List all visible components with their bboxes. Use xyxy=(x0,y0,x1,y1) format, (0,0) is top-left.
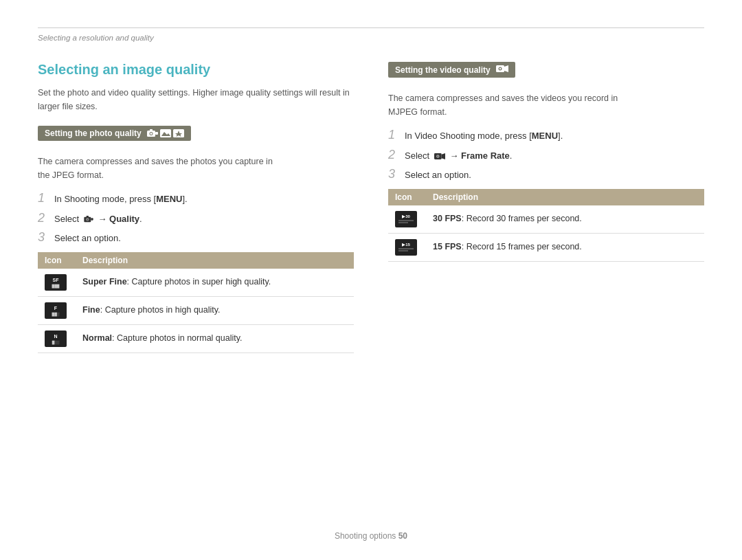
page-container: Selecting a resolution and quality Selec… xyxy=(0,0,742,560)
video-subheader-row: Setting the video quality xyxy=(388,62,704,85)
video-desc-15: 15 FPS: Record 15 frames per second. xyxy=(426,233,704,261)
star-icon xyxy=(173,129,184,137)
svg-text:SF: SF xyxy=(53,278,60,282)
landscape-icon xyxy=(160,129,171,137)
svg-text:▶30: ▶30 xyxy=(402,214,410,219)
video-icon-15: ▶15 xyxy=(388,233,426,261)
section-title: Selecting an image quality xyxy=(38,62,354,78)
footer-page-number: 50 xyxy=(398,531,407,541)
svg-point-2 xyxy=(150,133,152,135)
svg-rect-37 xyxy=(398,248,414,249)
photo-intro: The camera compresses and saves the phot… xyxy=(38,155,354,182)
table-row: ▶15 15 FPS: Record 15 frames per second. xyxy=(388,233,704,261)
video-step3: 3 Select an option. xyxy=(388,168,704,182)
svg-rect-38 xyxy=(398,250,408,251)
photo-subheader-icons xyxy=(147,129,184,137)
right-column: Setting the video quality The camera com… xyxy=(388,62,704,353)
svg-marker-28 xyxy=(441,153,445,159)
photo-desc-sf: Super Fine: Capture photos in super high… xyxy=(76,269,354,297)
photo-desc-n: Normal: Capture photos in normal quality… xyxy=(76,324,354,352)
normal-icon: N ▓░░ xyxy=(45,331,67,347)
step2-camera-icon xyxy=(84,216,93,223)
video-intro: The camera compresses and saves the vide… xyxy=(388,91,704,119)
svg-marker-24 xyxy=(504,65,508,72)
fps30-icon: ▶30 xyxy=(395,211,417,227)
svg-rect-3 xyxy=(150,129,153,131)
svg-rect-33 xyxy=(398,220,414,221)
photo-step2: 2 Select → Quality. xyxy=(38,212,354,226)
photo-step3: 3 Select an option. xyxy=(38,231,354,245)
video-step1: 1 In Video Shooting mode, press [MENU]. xyxy=(388,128,704,143)
page-footer: Shooting options 50 xyxy=(0,531,742,541)
video-desc-30: 30 FPS: Record 30 frames per second. xyxy=(426,205,704,234)
svg-rect-34 xyxy=(398,222,408,223)
table-row: F ▓▓░ Fine: Capture photos in high quali… xyxy=(38,296,354,324)
video-icon-30: ▶30 xyxy=(388,205,426,234)
table-row: ▶30 30 FPS: Record 30 frames per second. xyxy=(388,205,704,234)
footer-text: Shooting options xyxy=(335,531,396,541)
svg-rect-12 xyxy=(86,216,88,217)
video-table-col-icon: Icon xyxy=(388,189,426,205)
super-fine-icon: SF ▓▓▓ xyxy=(45,274,67,291)
breadcrumb-text: Selecting a resolution and quality xyxy=(38,34,154,42)
fps15-icon: ▶15 xyxy=(395,239,417,256)
svg-point-26 xyxy=(499,68,500,69)
left-column: Selecting an image quality Set the photo… xyxy=(38,62,354,353)
photo-subheader: Setting the photo quality xyxy=(38,126,191,141)
photo-subheader-row: Setting the photo quality xyxy=(38,126,354,148)
svg-rect-4 xyxy=(155,132,158,135)
video-options-table: Icon Description ▶30 xyxy=(388,189,704,262)
photo-table-col-icon: Icon xyxy=(38,252,76,269)
main-content: Selecting an image quality Set the photo… xyxy=(38,62,704,353)
video-subheader-icon xyxy=(496,65,508,75)
section-intro: Set the photo and video quality settings… xyxy=(38,86,354,113)
svg-rect-13 xyxy=(91,218,93,220)
svg-point-11 xyxy=(87,219,88,221)
svg-text:▓▓▓: ▓▓▓ xyxy=(52,284,60,289)
svg-point-30 xyxy=(437,155,438,157)
svg-text:▓▓░: ▓▓░ xyxy=(52,312,60,317)
photo-table-col-desc: Description xyxy=(76,252,354,269)
svg-text:▓░░: ▓░░ xyxy=(52,340,60,345)
photo-desc-f: Fine: Capture photos in high quality. xyxy=(76,296,354,324)
step2-video-icon xyxy=(434,153,445,160)
svg-text:F: F xyxy=(54,306,58,311)
photo-options-table: Icon Description SF ▓▓▓ xyxy=(38,252,354,353)
table-row: SF ▓▓▓ Super Fine: Capture photos in sup… xyxy=(38,269,354,297)
video-step2: 2 Select → Frame Rate. xyxy=(388,148,704,163)
svg-text:N: N xyxy=(54,334,57,339)
svg-text:▶15: ▶15 xyxy=(402,243,410,247)
fine-icon: F ▓▓░ xyxy=(45,302,67,319)
photo-icon-sf: SF ▓▓▓ xyxy=(38,269,76,297)
photo-icon-n: N ▓░░ xyxy=(38,324,76,352)
photo-step1: 1 In Shooting mode, press [MENU]. xyxy=(38,192,354,206)
photo-icon-f: F ▓▓░ xyxy=(38,296,76,324)
video-table-col-desc: Description xyxy=(426,189,704,205)
video-subheader-label: Setting the video quality xyxy=(395,65,491,75)
video-camera-icon xyxy=(496,65,508,73)
video-subheader: Setting the video quality xyxy=(388,62,515,78)
breadcrumb: Selecting a resolution and quality xyxy=(38,27,704,43)
photo-subheader-label: Setting the photo quality xyxy=(45,128,142,138)
camera-icon xyxy=(147,129,158,137)
table-row: N ▓░░ Normal: Capture photos in normal q… xyxy=(38,324,354,352)
